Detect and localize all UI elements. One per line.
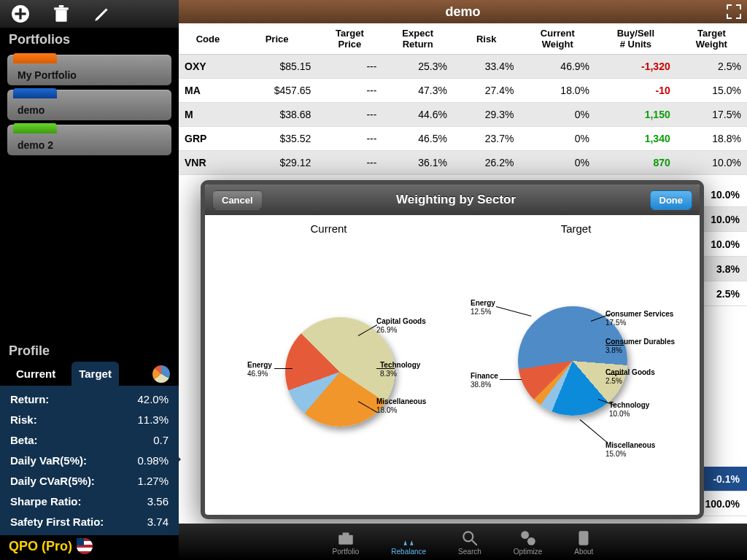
tab-target[interactable]: Target [71, 362, 119, 386]
portfolio-list: My Portfoliodemodemo 2 [0, 52, 179, 158]
portfolio-folder[interactable]: demo 2 [7, 125, 171, 155]
metric-row: Beta:0.7 [10, 434, 169, 446]
sidebar: Portfolios My Portfoliodemodemo 2 Profil… [0, 0, 179, 560]
svg-point-9 [521, 531, 529, 539]
edit-icon[interactable] [93, 4, 112, 23]
pie-label: Capital Goods26.9% [376, 317, 426, 335]
sector-modal: Cancel Weighting by Sector Done Current … [201, 180, 704, 519]
profile-panel: Profile Current Target Return:42.0%Risk:… [0, 343, 179, 560]
holdings-table: CodePriceTargetPriceExpectReturnRiskCurr… [179, 23, 747, 175]
tab-rebalance[interactable]: Rebalance [385, 526, 432, 558]
tab-about[interactable]: About [568, 526, 599, 558]
col-header: CurrentWeight [520, 23, 596, 55]
svg-rect-3 [55, 10, 66, 22]
svg-rect-4 [54, 7, 69, 9]
chart-current: Current Capital Goods26.9%Technology8.3%… [205, 215, 452, 515]
metric-row: Risk:11.3% [10, 413, 169, 426]
pie-label: Consumer Services17.5% [605, 310, 673, 327]
sidebar-toolbar [0, 0, 179, 28]
portfolios-label: Portfolios [0, 28, 179, 52]
table-row[interactable]: OXY$85.15---25.3%33.4%46.9%-1,3202.5% [179, 55, 747, 79]
trash-icon[interactable] [52, 4, 71, 23]
pie-label: Capital Goods2.5% [605, 368, 655, 386]
flag-icon [77, 538, 93, 554]
brand-label: QPO (Pro) [0, 535, 179, 559]
svg-rect-7 [343, 532, 349, 535]
col-header: Risk [453, 23, 520, 55]
col-header: TargetWeight [676, 23, 747, 55]
pie-label: Energy46.9% [247, 361, 272, 378]
pie-label: Miscellaneous18.0% [376, 397, 426, 415]
expand-icon[interactable] [725, 3, 743, 20]
cancel-button[interactable]: Cancel [212, 190, 263, 210]
tab-current[interactable]: Current [9, 362, 63, 386]
svg-rect-5 [59, 5, 64, 7]
add-icon[interactable] [11, 4, 30, 23]
col-header: ExpectReturn [382, 23, 452, 55]
svg-rect-11 [579, 531, 589, 545]
portfolio-folder[interactable]: demo [7, 90, 171, 120]
portfolio-name: demo 2 [15, 136, 53, 155]
metric-row: Return:42.0% [10, 393, 169, 405]
tab-portfolio[interactable]: Portfolio [327, 526, 365, 558]
chart-target-title: Target [452, 215, 700, 242]
metric-row: Sharpe Ratio:3.56 [10, 495, 169, 508]
table-row[interactable]: GRP$35.52---46.5%23.7%0%1,34018.8% [179, 127, 747, 151]
svg-rect-2 [15, 12, 26, 15]
pie-label: Finance38.8% [471, 372, 498, 389]
pie-toggle-icon[interactable] [152, 365, 170, 383]
profile-metrics: Return:42.0%Risk:11.3%Beta:0.7Daily VaR(… [0, 386, 179, 535]
col-header: TargetPrice [317, 23, 382, 55]
metric-row: Safety First Ratio:3.74 [10, 516, 169, 528]
pie-label: Consumer Durables3.8% [605, 338, 675, 355]
col-header: Code [179, 23, 237, 55]
chart-current-title: Current [205, 215, 452, 242]
portfolio-name: My Portfolio [15, 66, 77, 85]
profile-label: Profile [0, 343, 179, 362]
col-header: Price [237, 23, 317, 55]
pie-label: Energy12.5% [471, 299, 495, 316]
pie-label: Technology10.0% [609, 401, 649, 419]
col-header: Buy/Sell# Units [595, 23, 676, 55]
metric-row: Daily CVaR(5%):1.27% [10, 475, 169, 487]
table-row[interactable]: MA$457.65---47.3%27.4%18.0%-1015.0% [179, 79, 747, 103]
metric-row: Daily VaR(5%):0.98% [10, 454, 169, 467]
pie-label: Miscellaneous15.0% [605, 441, 655, 459]
bottom-tabbar: Portfolio Rebalance Search Optimize Abou… [179, 524, 747, 560]
tab-search[interactable]: Search [452, 526, 487, 558]
svg-point-8 [463, 532, 473, 541]
table-row[interactable]: M$38.68---44.6%29.3%0%1,15017.5% [179, 103, 747, 127]
done-button[interactable]: Done [650, 190, 693, 210]
tab-optimize[interactable]: Optimize [508, 526, 548, 558]
table-row[interactable]: VNR$29.12---36.1%26.2%0%87010.0% [179, 151, 747, 175]
svg-point-10 [527, 537, 535, 545]
svg-rect-6 [338, 534, 353, 544]
chart-target: Target Energy12.5%Consumer Services17.5%… [452, 215, 700, 515]
modal-title: Weighting by Sector [396, 192, 516, 207]
title-bar: demo [179, 0, 747, 23]
portfolio-folder[interactable]: My Portfolio [7, 55, 171, 85]
pie-label: Technology8.3% [380, 361, 420, 378]
page-title: demo [445, 4, 480, 20]
portfolio-name: demo [15, 101, 44, 120]
